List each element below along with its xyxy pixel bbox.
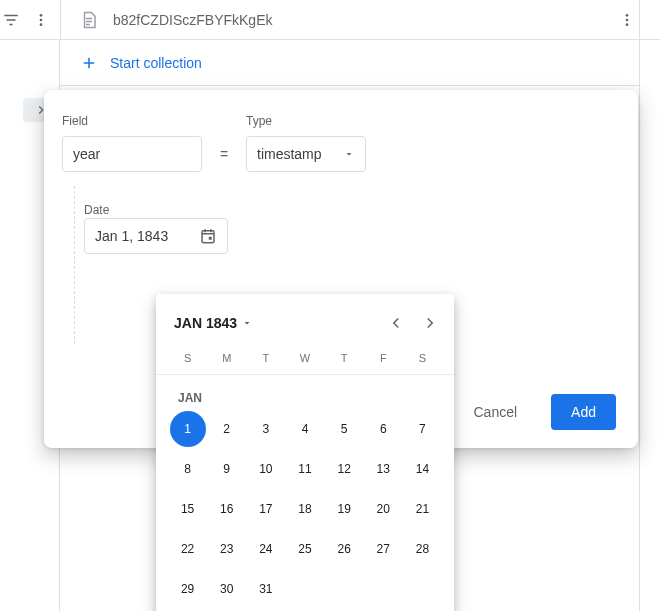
- calendar-month-title[interactable]: JAN 1843: [174, 315, 253, 331]
- calendar-day-cell[interactable]: 7: [403, 411, 442, 447]
- calendar-dow-cell: F: [364, 352, 403, 374]
- calendar-month-label: JAN: [156, 375, 454, 411]
- svg-rect-6: [202, 231, 214, 243]
- main-panel: Start collection Field year = Type times…: [60, 40, 640, 611]
- calendar-dow-cell: S: [168, 352, 207, 374]
- type-select[interactable]: timestamp: [246, 136, 366, 172]
- svg-point-3: [626, 14, 629, 17]
- filter-icon[interactable]: [0, 8, 22, 32]
- add-button[interactable]: Add: [551, 394, 616, 430]
- kebab-menu-icon[interactable]: [30, 8, 52, 32]
- calendar-day-cell[interactable]: 29: [168, 571, 207, 607]
- calendar-day-cell[interactable]: 10: [246, 451, 285, 487]
- calendar-day-cell[interactable]: 22: [168, 531, 207, 567]
- calendar-day-cell[interactable]: 25: [285, 531, 324, 567]
- calendar-day-cell[interactable]: 4: [285, 411, 324, 447]
- calendar-day-cell[interactable]: 17: [246, 491, 285, 527]
- calendar-day-cell[interactable]: 27: [364, 531, 403, 567]
- document-icon: [77, 8, 101, 32]
- date-input[interactable]: Jan 1, 1843: [84, 218, 228, 254]
- calendar-day-cell[interactable]: 13: [364, 451, 403, 487]
- calendar-day-cell[interactable]: 31: [246, 571, 285, 607]
- calendar-day-cell[interactable]: 18: [285, 491, 324, 527]
- calendar-day-cell[interactable]: 15: [168, 491, 207, 527]
- plus-icon: [80, 54, 98, 72]
- svg-rect-7: [209, 237, 212, 240]
- calendar-day-cell[interactable]: 24: [246, 531, 285, 567]
- calendar-dow-cell: T: [325, 352, 364, 374]
- calendar-day-cell[interactable]: 16: [207, 491, 246, 527]
- document-header: b82fCZDISczFBYFkKgEk: [60, 0, 640, 39]
- calendar-day-cell[interactable]: 3: [246, 411, 285, 447]
- svg-point-5: [626, 23, 629, 26]
- field-label: Field: [62, 114, 202, 128]
- calendar-day-cell[interactable]: 26: [325, 531, 364, 567]
- calendar-day-cell[interactable]: 11: [285, 451, 324, 487]
- date-value: Jan 1, 1843: [95, 228, 168, 244]
- top-bar-left: [0, 0, 60, 39]
- cancel-button[interactable]: Cancel: [453, 394, 537, 430]
- calendar-day-cell[interactable]: 6: [364, 411, 403, 447]
- calendar-dow-cell: S: [403, 352, 442, 374]
- dropdown-arrow-icon: [241, 317, 253, 329]
- equals-sign: =: [212, 146, 236, 162]
- calendar-dow-row: SMTWTFS: [156, 352, 454, 375]
- calendar-day-cell[interactable]: 1: [170, 411, 206, 447]
- top-bar: b82fCZDISczFBYFkKgEk: [0, 0, 660, 40]
- calendar-day-cell[interactable]: 23: [207, 531, 246, 567]
- calendar-day-cell[interactable]: 21: [403, 491, 442, 527]
- svg-point-1: [40, 18, 43, 21]
- calendar-day-cell[interactable]: 5: [325, 411, 364, 447]
- calendar-day-cell[interactable]: 9: [207, 451, 246, 487]
- calendar-day-cell[interactable]: 14: [403, 451, 442, 487]
- date-picker: JAN 1843 SMTWTFS JAN 1234567891011121314…: [156, 294, 454, 611]
- calendar-day-cell[interactable]: 19: [325, 491, 364, 527]
- calendar-dow-cell: T: [246, 352, 285, 374]
- dropdown-arrow-icon: [343, 148, 355, 160]
- prev-month-button[interactable]: [384, 311, 408, 335]
- document-id: b82fCZDISczFBYFkKgEk: [113, 12, 273, 28]
- doc-kebab-icon[interactable]: [615, 8, 639, 32]
- calendar-day-cell[interactable]: 30: [207, 571, 246, 607]
- calendar-day-cell[interactable]: 12: [325, 451, 364, 487]
- svg-point-2: [40, 23, 43, 26]
- calendar-day-cell[interactable]: 20: [364, 491, 403, 527]
- calendar-day-cell[interactable]: 2: [207, 411, 246, 447]
- start-collection-button[interactable]: Start collection: [60, 40, 639, 86]
- svg-point-4: [626, 18, 629, 21]
- next-month-button[interactable]: [418, 311, 442, 335]
- start-collection-label: Start collection: [110, 55, 202, 71]
- calendar-day-cell[interactable]: 8: [168, 451, 207, 487]
- calendar-dow-cell: W: [285, 352, 324, 374]
- layout: Start collection Field year = Type times…: [0, 40, 660, 611]
- type-value: timestamp: [257, 146, 322, 162]
- field-value: year: [73, 146, 100, 162]
- calendar-day-cell[interactable]: 28: [403, 531, 442, 567]
- calendar-grid: 1234567891011121314151617181920212223242…: [156, 411, 454, 607]
- svg-point-0: [40, 14, 43, 17]
- date-label: Date: [84, 203, 109, 217]
- calendar-dow-cell: M: [207, 352, 246, 374]
- type-label: Type: [246, 114, 366, 128]
- calendar-icon: [199, 227, 217, 245]
- field-input[interactable]: year: [62, 136, 202, 172]
